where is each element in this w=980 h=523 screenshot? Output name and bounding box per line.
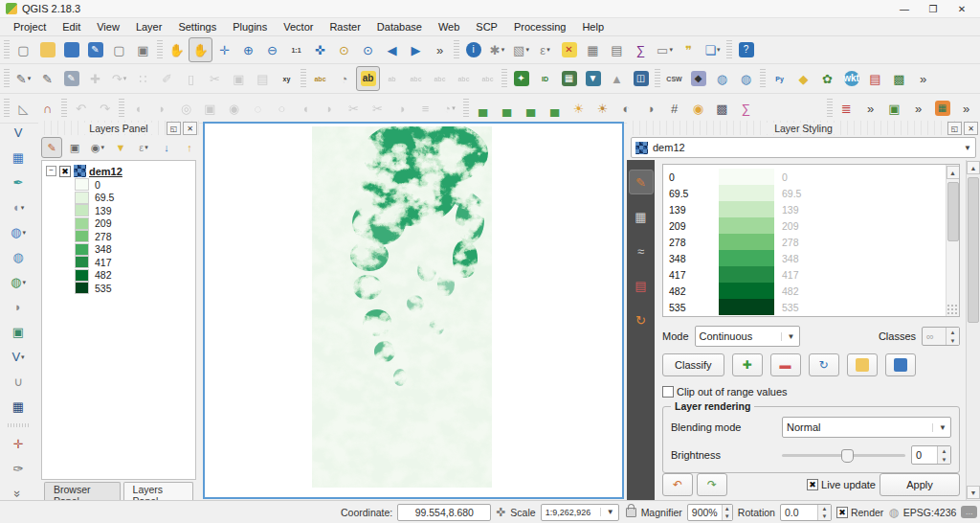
menu-view[interactable]: View (89, 20, 127, 34)
layer-visibility-checkbox[interactable] (59, 166, 71, 177)
manage-visibility[interactable]: ◉▾ (87, 137, 108, 158)
new-geopackage-layer[interactable]: ▦ (5, 397, 32, 418)
overflow-b[interactable]: » (906, 96, 930, 121)
scp-image[interactable]: ▦ (557, 66, 581, 91)
current-edits[interactable]: ✎▾ (11, 66, 35, 91)
toolbar-grip[interactable] (157, 40, 163, 59)
menu-web[interactable]: Web (431, 20, 467, 34)
collapse-all[interactable]: ↑ (179, 137, 200, 158)
filter-by-expression[interactable]: ε▾ (133, 137, 154, 158)
touch-zoom[interactable]: ✋ (165, 37, 189, 62)
rotate-feature[interactable]: ◖ (126, 96, 150, 121)
snapping-options[interactable]: ∩ (35, 96, 59, 121)
scp-upload[interactable]: ▲ (605, 66, 629, 91)
menu-scp[interactable]: SCP (468, 20, 505, 34)
restore-button[interactable]: ❐ (919, 1, 947, 17)
reshape-features[interactable]: ◗ (318, 96, 342, 121)
add-wms-layer[interactable]: ◍ (5, 247, 32, 268)
save-project-as[interactable]: ✎ (83, 37, 107, 62)
zoom-in[interactable]: ⊕ (236, 37, 260, 62)
new-bookmark-dropdown[interactable]: ▾ (717, 46, 721, 54)
toolbar-grip[interactable] (61, 99, 67, 118)
simplify-feature[interactable]: ◗ (150, 96, 174, 121)
add-oracle-layer[interactable]: ◗ (5, 297, 32, 318)
local-stretch-current[interactable]: ▄ (519, 96, 543, 121)
select-by-expression[interactable]: ε▾ (533, 37, 557, 62)
close-panel-button[interactable]: ✕ (183, 122, 197, 135)
legend-item[interactable]: 0 (46, 178, 195, 192)
full-histogram-stretch[interactable]: ▄ (495, 96, 519, 121)
georeferencer[interactable]: ▩ (710, 96, 734, 121)
crs-status[interactable]: EPSG:4236 (903, 507, 956, 518)
label-show-hide[interactable]: abc (404, 66, 428, 91)
full-stretch-current[interactable]: ▄ (543, 96, 567, 121)
delete-ring[interactable]: ◌ (246, 96, 270, 121)
close-styling-button[interactable]: ✕ (964, 122, 978, 135)
filter-by-expression-dropdown[interactable]: ▾ (145, 144, 148, 151)
save-project[interactable] (59, 37, 83, 62)
toolbar-grip[interactable] (726, 40, 732, 59)
ramp-row[interactable]: 69.569.5 (669, 185, 959, 201)
offline-editing[interactable]: ◆ (686, 66, 710, 91)
lock-scale-icon[interactable] (626, 508, 636, 517)
pan-to-selection[interactable]: ✛ (212, 37, 236, 62)
h-plugin[interactable]: ▩ (887, 66, 911, 91)
manage-visibility-dropdown[interactable]: ▾ (101, 144, 105, 151)
history-tab[interactable]: ↻ (629, 307, 654, 332)
delete-part[interactable]: ○ (270, 96, 294, 121)
split-features[interactable]: ✂ (342, 96, 366, 121)
add-virtual-layer[interactable]: ▣ (5, 322, 32, 343)
menu-database[interactable]: Database (369, 20, 430, 34)
menu-plugins[interactable]: Plugins (225, 20, 275, 34)
modify-attributes[interactable]: ✐ (155, 66, 179, 91)
ramp-row[interactable]: 417417 (669, 266, 959, 283)
quickmapservices[interactable]: ◆ (791, 66, 815, 91)
current-edits-dropdown[interactable]: ▾ (28, 75, 32, 82)
csw-metasearch[interactable]: CSW (662, 66, 686, 91)
legend-item[interactable]: 139 (46, 204, 195, 217)
ramp-row[interactable]: 00 (669, 169, 959, 185)
menu-help[interactable]: Help (574, 20, 612, 34)
remove-class-button[interactable]: ▬ (770, 353, 801, 376)
pan-map[interactable]: ✋ (189, 37, 212, 62)
map-tips[interactable]: ❞ (677, 37, 701, 62)
magnifier-spinner[interactable]: 900% ▲▼ (687, 504, 733, 521)
label-rotate[interactable]: abc (452, 66, 476, 91)
fill-ring[interactable]: ◉ (222, 96, 246, 121)
menu-settings[interactable]: Settings (170, 20, 224, 34)
menu-raster[interactable]: Raster (322, 20, 368, 34)
processing-tool[interactable]: ▣ (882, 96, 906, 121)
toolbar-grip[interactable] (454, 40, 459, 59)
georef-point[interactable]: ◉ (686, 96, 710, 121)
legend-item[interactable]: 209 (46, 217, 195, 231)
classify-button[interactable]: Classify (662, 353, 724, 376)
add-ring[interactable]: ◎ (174, 96, 198, 121)
redo[interactable]: ↷ (93, 96, 117, 121)
open-attribute-table[interactable]: ▦ (581, 37, 605, 62)
close-button[interactable]: ✕ (947, 1, 976, 17)
new-spatialite-layer[interactable]: ∪ (5, 372, 32, 393)
toolbar-grip[interactable] (119, 99, 124, 118)
legend-item[interactable]: 417 (46, 256, 195, 269)
xy-tool[interactable]: xy (275, 66, 299, 91)
structure-tab[interactable]: ▤ (629, 273, 654, 298)
layer-labeling[interactable]: ab (356, 66, 380, 91)
ramp-row[interactable]: 278278 (669, 234, 959, 250)
layer-node-dem12[interactable]: − dem12 (46, 164, 195, 178)
plugins-toolbar-overflow[interactable]: » (911, 66, 935, 91)
scroll-up-icon[interactable]: ▲ (967, 161, 980, 174)
clip-checkbox[interactable] (662, 386, 674, 398)
legend-item[interactable]: 348 (46, 243, 195, 257)
panel-scrollbar[interactable]: ▲ ▼ (966, 160, 980, 500)
expand-all[interactable]: ↓ (156, 137, 177, 158)
scp-band-set[interactable]: ID (533, 66, 557, 91)
label-change[interactable]: abc (476, 66, 500, 91)
brightness-spinner[interactable]: 0 ▲▼ (911, 445, 951, 465)
ramp-row[interactable]: 209209 (669, 217, 959, 234)
new-shapefile-layer-dropdown[interactable]: ▾ (21, 353, 25, 361)
composer-manager[interactable]: ▣ (131, 37, 155, 62)
slider-thumb[interactable] (841, 449, 854, 463)
messages-icon[interactable]: … (961, 506, 977, 518)
metasearch-catalog[interactable]: ✑ (5, 458, 32, 479)
label-pie[interactable]: ◔ (332, 66, 356, 91)
